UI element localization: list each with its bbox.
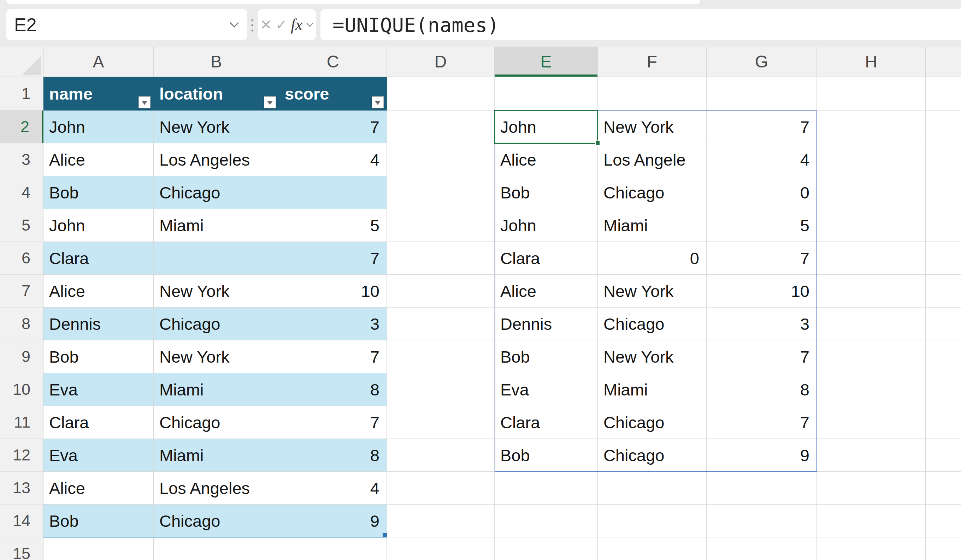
cell-E11[interactable]: Clara — [495, 406, 598, 439]
cell-D2[interactable] — [387, 111, 495, 143]
row-header-3[interactable]: 3 — [0, 143, 43, 176]
cell-C10[interactable]: 8 — [279, 373, 387, 406]
cell-H3[interactable] — [817, 143, 926, 176]
cell-E5[interactable]: John — [495, 209, 598, 242]
column-header-F[interactable]: F — [598, 47, 707, 77]
filter-button[interactable] — [264, 96, 276, 108]
fill-handle[interactable] — [595, 141, 600, 146]
cell-A9[interactable]: Bob — [43, 340, 154, 373]
formula-bar[interactable]: =UNIQUE(names) — [320, 9, 961, 40]
cell-E6[interactable]: Clara — [495, 242, 598, 275]
cell-E12[interactable]: Bob — [495, 439, 598, 472]
cell-F14[interactable] — [598, 505, 707, 538]
cell-H4[interactable] — [817, 176, 926, 209]
cell-G5[interactable]: 5 — [707, 209, 817, 242]
cell-H13[interactable] — [817, 472, 926, 505]
cell-C4[interactable] — [279, 176, 387, 209]
cell-D1[interactable] — [387, 77, 495, 111]
column-header-C[interactable]: C — [279, 47, 387, 77]
cell-F4[interactable]: Chicago — [598, 176, 707, 209]
cell-B1[interactable]: location — [154, 77, 279, 111]
cell-H15[interactable] — [817, 538, 926, 560]
cell-B4[interactable]: Chicago — [154, 176, 279, 209]
row-header-15[interactable]: 15 — [0, 538, 43, 560]
cell-H9[interactable] — [817, 340, 926, 373]
cell-B14[interactable]: Chicago — [154, 505, 279, 538]
cell-A14[interactable]: Bob — [43, 505, 154, 538]
cell-F7[interactable]: New York — [598, 275, 707, 308]
cell-A1[interactable]: name — [43, 77, 154, 111]
cell-H2[interactable] — [817, 111, 926, 143]
cell-F2[interactable]: New York — [598, 111, 707, 143]
cell-C9[interactable]: 7 — [279, 340, 387, 373]
cell-F8[interactable]: Chicago — [598, 308, 707, 340]
cell-H1[interactable] — [817, 77, 926, 111]
cell-G7[interactable]: 10 — [707, 275, 817, 308]
cell-G2[interactable]: 7 — [707, 111, 817, 143]
cell-C11[interactable]: 7 — [279, 406, 387, 439]
cell-A12[interactable]: Eva — [43, 439, 154, 472]
cell-D10[interactable] — [387, 373, 495, 406]
cell-G15[interactable] — [707, 538, 817, 560]
cell-G12[interactable]: 9 — [707, 439, 817, 472]
cell-A8[interactable]: Dennis — [43, 308, 154, 340]
cell-C3[interactable]: 4 — [279, 143, 387, 176]
row-header-1[interactable]: 1 — [0, 77, 43, 111]
cell-B9[interactable]: New York — [154, 340, 279, 373]
cell-E14[interactable] — [495, 505, 598, 538]
cell-A10[interactable]: Eva — [43, 373, 154, 406]
cell-E10[interactable]: Eva — [495, 373, 598, 406]
row-header-7[interactable]: 7 — [0, 275, 43, 308]
cell-A11[interactable]: Clara — [43, 406, 154, 439]
cell-H14[interactable] — [817, 505, 926, 538]
cell-A5[interactable]: John — [43, 209, 154, 242]
cell-D7[interactable] — [387, 275, 495, 308]
enter-icon[interactable]: ✓ — [275, 18, 287, 32]
cell-G4[interactable]: 0 — [707, 176, 817, 209]
cell-E4[interactable]: Bob — [495, 176, 598, 209]
cell-F5[interactable]: Miami — [598, 209, 707, 242]
cell-G6[interactable]: 7 — [707, 242, 817, 275]
cell-B10[interactable]: Miami — [154, 373, 279, 406]
cell-H8[interactable] — [817, 308, 926, 340]
cell-C14[interactable]: 9 — [279, 505, 387, 538]
row-header-9[interactable]: 9 — [0, 340, 43, 373]
cell-C8[interactable]: 3 — [279, 308, 387, 340]
cell-E15[interactable] — [495, 538, 598, 560]
cell-H12[interactable] — [817, 439, 926, 472]
cell-A15[interactable] — [43, 538, 154, 560]
cancel-icon[interactable]: ✕ — [260, 18, 272, 32]
column-header-D[interactable]: D — [387, 47, 495, 77]
drag-handle-dots-icon[interactable]: ⋮ — [247, 9, 257, 40]
cell-G3[interactable]: 4 — [707, 143, 817, 176]
cell-G8[interactable]: 3 — [707, 308, 817, 340]
cell-A4[interactable]: Bob — [43, 176, 154, 209]
cell-D14[interactable] — [387, 505, 495, 538]
cell-A13[interactable]: Alice — [43, 472, 154, 505]
cell-G13[interactable] — [707, 472, 817, 505]
cell-A3[interactable]: Alice — [43, 143, 154, 176]
cell-F11[interactable]: Chicago — [598, 406, 707, 439]
cell-A6[interactable]: Clara — [43, 242, 154, 275]
cell-B3[interactable]: Los Angeles — [154, 143, 279, 176]
cell-B2[interactable]: New York — [154, 111, 279, 143]
row-header-11[interactable]: 11 — [0, 406, 43, 439]
cell-H10[interactable] — [817, 373, 926, 406]
column-header-E[interactable]: E — [495, 47, 598, 77]
cell-C7[interactable]: 10 — [279, 275, 387, 308]
select-all-corner[interactable] — [0, 47, 43, 77]
cell-E9[interactable]: Bob — [495, 340, 598, 373]
cell-F15[interactable] — [598, 538, 707, 560]
cell-A2[interactable]: John — [43, 111, 154, 143]
cell-B13[interactable]: Los Angeles — [154, 472, 279, 505]
row-header-10[interactable]: 10 — [0, 373, 43, 406]
cell-B8[interactable]: Chicago — [154, 308, 279, 340]
cell-G10[interactable]: 8 — [707, 373, 817, 406]
cell-D9[interactable] — [387, 340, 495, 373]
cell-F3[interactable]: Los Angele — [598, 143, 707, 176]
cell-C13[interactable]: 4 — [279, 472, 387, 505]
filter-button[interactable] — [372, 96, 384, 108]
row-header-12[interactable]: 12 — [0, 439, 43, 472]
cell-A7[interactable]: Alice — [43, 275, 154, 308]
cell-D11[interactable] — [387, 406, 495, 439]
